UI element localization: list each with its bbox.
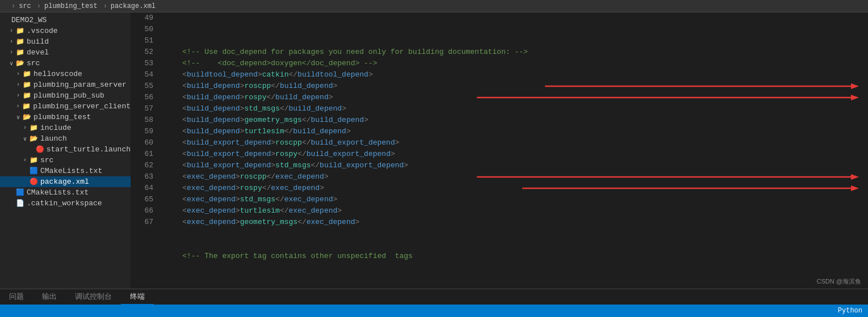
bottom-tab-输出[interactable]: 输出 — [33, 289, 66, 305]
line-number: 55 — [131, 81, 153, 92]
sidebar-label: CMakeLists.txt — [27, 188, 89, 197]
sidebar-item-start_turtlelaunch[interactable]: 🔴start_turtle.launch — [0, 144, 131, 155]
code-line: <buildtool_depend>catkin</buildtool_depe… — [165, 69, 868, 81]
bottom-tab-终端[interactable]: 终端 — [121, 289, 154, 305]
sidebar-item-vscode[interactable]: ›📁.vscode — [0, 26, 131, 36]
bottom-tab-调试控制台[interactable]: 调试控制台 — [66, 289, 121, 305]
file-icon: 📂 — [16, 59, 24, 67]
code-line: <build_export_depend>rospy</build_export… — [165, 149, 868, 160]
sidebar-item-src[interactable]: ∨📂src — [0, 58, 131, 69]
code-line: <build_depend>turtlesim</build_depend> — [165, 126, 868, 137]
top-bar: › src › plumbing_test › package.xml — [0, 0, 868, 12]
code-line: <exec_depend>roscpp</exec_depend> — [165, 171, 868, 183]
code-line: <!-- <doc_depend>doxygen</doc_depend> --… — [165, 58, 868, 69]
code-line — [165, 228, 868, 239]
line-number: 66 — [131, 205, 153, 217]
breadcrumb-src: src — [19, 2, 31, 10]
file-icon: 📄 — [16, 199, 24, 208]
tree-arrow: › — [7, 28, 16, 34]
sidebar-label: start_turtle.launch — [47, 145, 131, 154]
code-line — [165, 239, 868, 251]
sidebar-item-include[interactable]: ›📁include — [0, 122, 131, 133]
sidebar-label: plumbing_test — [33, 113, 91, 121]
tree-arrow: › — [14, 92, 23, 99]
tree-arrow: ∨ — [20, 136, 30, 142]
sidebar-label: hellovscode — [33, 70, 82, 78]
code-line: <exec_depend>std_msgs</exec_depend> — [165, 194, 868, 205]
sidebar-label: src — [27, 59, 40, 67]
file-icon: 📁 — [22, 102, 31, 111]
sidebar-label: DEMO2_WS — [11, 16, 47, 24]
sidebar-item-src2[interactable]: ›📁src — [0, 155, 131, 166]
line-number: 65 — [131, 194, 153, 205]
file-icon: 📁 — [30, 156, 38, 164]
sidebar-item-plumbing_param_server[interactable]: ›📁plumbing_param_server — [0, 79, 131, 90]
sidebar-label: CMakeLists.txt — [40, 167, 102, 175]
sidebar-item-plumbing_server_client[interactable]: ›📁plumbing_server_client — [0, 101, 131, 112]
line-number: 61 — [131, 149, 153, 160]
tree-arrow: › — [14, 103, 23, 109]
file-explorer: DEMO2_WS›📁.vscode›📁build›📁devel∨📂src›📁he… — [0, 12, 131, 289]
code-line: <build_export_depend>std_msgs</build_exp… — [165, 160, 868, 171]
code-line: <!-- The export tag contains other unspe… — [165, 251, 868, 262]
file-icon: 📁 — [23, 91, 31, 100]
code-line: <exec_depend>turtlesim</exec_depend> — [165, 205, 868, 217]
bottom-panel: 问题输出调试控制台终端 — [0, 289, 868, 305]
code-line: <!-- Use doc_depend for packages you nee… — [165, 47, 868, 58]
code-line: <build_depend>roscpp</build_depend> — [165, 81, 868, 92]
sidebar-item-hellovscode[interactable]: ›📁hellovscode — [0, 69, 131, 79]
status-bar: Python — [0, 305, 868, 317]
line-number: 57 — [131, 103, 153, 115]
sidebar-label: build — [27, 37, 49, 46]
sidebar-item-cmakeliststxt[interactable]: 🟦CMakeLists.txt — [0, 166, 131, 176]
sidebar-item-devel[interactable]: ›📁devel — [0, 47, 131, 58]
line-number: 49 — [131, 12, 153, 24]
sidebar-item-cmakeliststxt2[interactable]: 🟦CMakeLists.txt — [0, 187, 131, 198]
sidebar-label: devel — [27, 48, 49, 57]
code-line: <build_export_depend>roscpp</build_expor… — [165, 137, 868, 149]
code-container[interactable]: 49505152535455565758596061626364656667 <… — [131, 12, 868, 289]
file-icon: 📁 — [23, 81, 31, 89]
sidebar-label: .vscode — [27, 27, 58, 35]
sidebar-label: include — [40, 124, 72, 132]
bottom-tab-问题[interactable]: 问题 — [0, 289, 33, 305]
bottom-tabs: 问题输出调试控制台终端 — [0, 289, 154, 305]
breadcrumb-file: package.xml — [111, 2, 156, 10]
code-line: <build_depend>rospy</build_depend> — [165, 92, 868, 103]
line-number: 54 — [131, 69, 153, 81]
sidebar-item-packagexml[interactable]: 🔴package.xml — [0, 176, 131, 187]
tree-arrow: › — [20, 157, 30, 163]
file-icon: 🔴 — [36, 145, 44, 154]
line-number: 58 — [131, 115, 153, 126]
line-number: 62 — [131, 160, 153, 171]
code-line: <exec_depend>geometry_msgs</exec_depend> — [165, 217, 868, 228]
tree-arrow: ∨ — [7, 60, 16, 67]
line-numbers: 49505152535455565758596061626364656667 — [131, 12, 159, 289]
file-icon: 📂 — [23, 113, 31, 121]
sidebar-item-plumbing_pub_sub[interactable]: ›📁plumbing_pub_sub — [0, 90, 131, 101]
file-icon: 📁 — [16, 48, 24, 57]
file-icon: 📂 — [30, 134, 38, 143]
sidebar-label: launch — [40, 134, 67, 143]
sidebar-item-plumbing_test[interactable]: ∨📂plumbing_test — [0, 112, 131, 122]
line-number: 53 — [131, 58, 153, 69]
sidebar-item-demo2_ws[interactable]: DEMO2_WS — [0, 15, 131, 26]
main-layout: DEMO2_WS›📁.vscode›📁build›📁devel∨📂src›📁he… — [0, 12, 868, 289]
breadcrumb-folder: plumbing_test — [44, 2, 98, 10]
line-number: 64 — [131, 183, 153, 194]
line-number: 59 — [131, 126, 153, 137]
sidebar-item-catkin_workspace[interactable]: 📄.catkin_workspace — [0, 198, 131, 209]
tree-arrow: › — [7, 49, 16, 56]
tree-arrow: ∨ — [14, 114, 23, 121]
code-line: <build_depend>geometry_msgs</build_depen… — [165, 115, 868, 126]
sidebar-item-launch[interactable]: ∨📂launch — [0, 133, 131, 144]
line-number: 51 — [131, 35, 153, 47]
line-number: 50 — [131, 24, 153, 35]
tree-arrow: › — [14, 82, 23, 88]
line-number: 52 — [131, 47, 153, 58]
language-indicator: Python — [838, 307, 862, 315]
tree-arrow: › — [14, 71, 23, 77]
file-icon: 📁 — [16, 37, 24, 46]
sidebar-item-build[interactable]: ›📁build — [0, 36, 131, 47]
file-icon: 📁 — [23, 70, 31, 78]
